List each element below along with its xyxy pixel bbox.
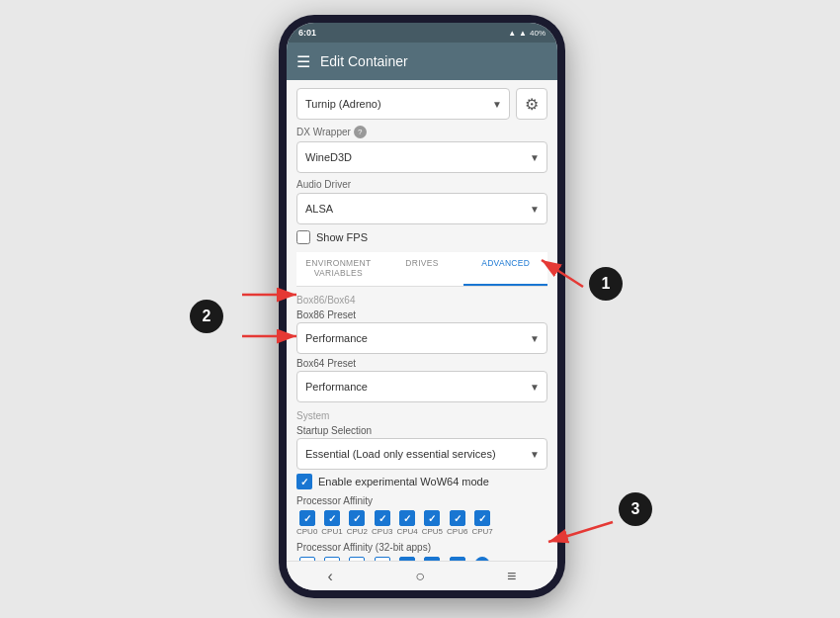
annotation-circle-1: 1: [589, 267, 623, 301]
annotations-svg: [0, 0, 840, 618]
annotation-circle-2: 2: [190, 300, 223, 333]
svg-line-4: [548, 522, 613, 542]
annotation-circle-3: 3: [619, 492, 652, 526]
svg-line-1: [542, 260, 583, 287]
